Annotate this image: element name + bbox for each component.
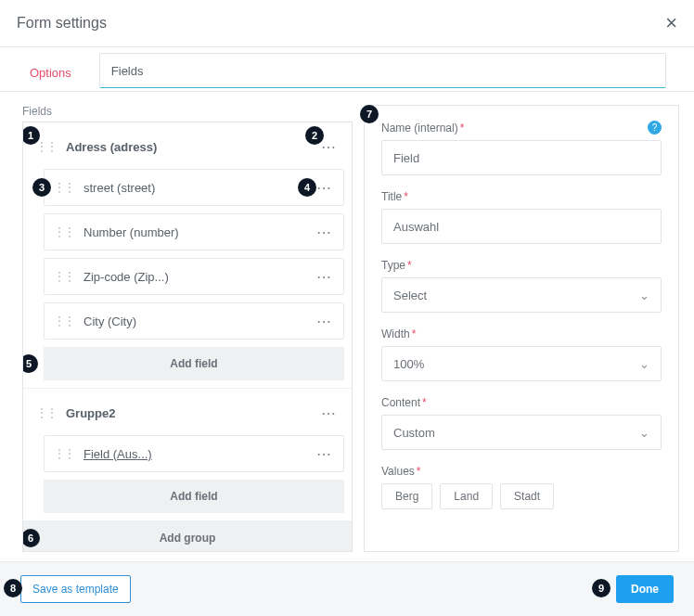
group-title: Adress (adress): [66, 140, 319, 154]
drag-handle-icon[interactable]: ⋮⋮: [36, 406, 57, 419]
value-chip[interactable]: Land: [440, 483, 493, 509]
modal-header: Form settings ×: [0, 0, 694, 47]
select-value: Custom: [393, 426, 435, 440]
drag-handle-icon[interactable]: ⋮⋮: [54, 225, 74, 238]
fields-tree-panel[interactable]: 1 2 ⋮⋮ Adress (adress) ⋯ 3 4 ⋮⋮ s: [22, 122, 353, 552]
drag-handle-icon[interactable]: ⋮⋮: [54, 181, 74, 194]
modal-footer: 8 Save as template 9 Done: [0, 561, 694, 616]
more-icon[interactable]: ⋯: [315, 313, 334, 330]
annotation-badge: 5: [22, 354, 38, 373]
values-chips: Berg Land Stadt: [381, 483, 662, 509]
drag-handle-icon[interactable]: ⋮⋮: [54, 314, 74, 327]
field-row[interactable]: ⋮⋮ Zip-code (Zip...) ⋯: [44, 258, 344, 295]
title-input[interactable]: [381, 209, 662, 244]
annotation-badge: 9: [592, 579, 610, 597]
form-label: Values*: [381, 465, 420, 478]
field-properties-panel[interactable]: Name (internal)* ? Title* Type* Select⌄: [364, 105, 679, 552]
form-label: Name (internal)*: [381, 122, 464, 135]
more-icon[interactable]: ⋯: [315, 268, 334, 286]
field-label: Zip-code (Zip...): [84, 270, 315, 284]
modal-title: Form settings: [17, 15, 107, 32]
field-label: Number (number): [84, 225, 315, 239]
tab-fields[interactable]: Fields: [99, 53, 666, 88]
more-icon[interactable]: ⋯: [315, 179, 334, 197]
chevron-down-icon: ⌄: [639, 289, 649, 302]
group-header[interactable]: ⋮⋮ Gruppe2 ⋯: [31, 396, 344, 430]
select-value: Select: [393, 289, 427, 302]
name-input[interactable]: [381, 140, 662, 175]
more-icon[interactable]: ⋯: [319, 138, 339, 156]
more-icon[interactable]: ⋯: [315, 445, 334, 463]
field-row[interactable]: ⋮⋮ Field (Aus...) ⋯: [44, 435, 344, 472]
field-label[interactable]: Field (Aus...): [84, 447, 315, 461]
done-button[interactable]: Done: [616, 575, 674, 603]
field-label: street (street): [84, 181, 315, 195]
add-field-button[interactable]: Add field: [44, 347, 344, 380]
form-label: Content*: [381, 396, 427, 409]
annotation-badge: 8: [4, 579, 22, 597]
more-icon[interactable]: ⋯: [319, 404, 339, 422]
value-chip[interactable]: Berg: [381, 483, 432, 509]
drag-handle-icon[interactable]: ⋮⋮: [36, 140, 57, 153]
field-label: City (City): [84, 314, 315, 328]
more-icon[interactable]: ⋯: [315, 224, 334, 241]
value-chip[interactable]: Stadt: [500, 483, 554, 509]
save-template-button[interactable]: Save as template: [20, 575, 131, 603]
group-title: Gruppe2: [66, 406, 319, 420]
field-row[interactable]: ⋮⋮ Number (number) ⋯: [44, 213, 344, 250]
chevron-down-icon: ⌄: [639, 357, 649, 371]
form-label: Width*: [381, 327, 416, 340]
tab-bar: Options Fields: [0, 53, 694, 92]
tab-options[interactable]: Options: [28, 53, 73, 91]
width-select[interactable]: 100%⌄: [381, 346, 662, 381]
close-icon[interactable]: ×: [665, 11, 677, 35]
drag-handle-icon[interactable]: ⋮⋮: [54, 447, 74, 460]
field-row[interactable]: ⋮⋮ City (City) ⋯: [44, 302, 344, 340]
chevron-down-icon: ⌄: [639, 426, 649, 440]
form-label: Type*: [381, 259, 412, 272]
field-row[interactable]: ⋮⋮ street (street) ⋯: [44, 169, 344, 206]
help-icon[interactable]: ?: [648, 121, 662, 135]
group-header[interactable]: ⋮⋮ Adress (adress) ⋯: [31, 130, 344, 163]
drag-handle-icon[interactable]: ⋮⋮: [54, 270, 74, 283]
content-select[interactable]: Custom⌄: [381, 415, 662, 450]
type-select[interactable]: Select⌄: [381, 277, 662, 313]
form-label: Title*: [381, 190, 408, 203]
add-group-button[interactable]: Add group: [23, 521, 352, 552]
fields-section-label: Fields: [22, 105, 353, 118]
add-field-button[interactable]: Add field: [44, 480, 344, 513]
select-value: 100%: [393, 357, 424, 371]
